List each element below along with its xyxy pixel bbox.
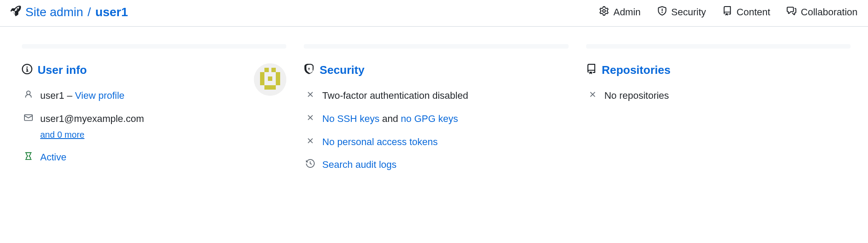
info-icon bbox=[22, 64, 32, 76]
svg-rect-3 bbox=[260, 72, 264, 76]
nav-collaboration-label: Collaboration bbox=[801, 7, 858, 18]
panel-topbar bbox=[304, 44, 568, 49]
repo-icon bbox=[586, 64, 597, 76]
active-link[interactable]: Active bbox=[40, 152, 66, 163]
nav-content[interactable]: Content bbox=[722, 6, 770, 18]
row-audit: Search audit logs bbox=[306, 158, 568, 172]
history-icon bbox=[306, 159, 315, 168]
row-pat: No personal access tokens bbox=[306, 135, 568, 149]
topnav: Admin Security Content Collaboration bbox=[599, 6, 858, 18]
svg-rect-1 bbox=[264, 68, 269, 72]
svg-rect-8 bbox=[260, 81, 264, 85]
discussion-icon bbox=[787, 6, 796, 18]
person-icon bbox=[24, 90, 33, 99]
svg-rect-2 bbox=[271, 68, 276, 72]
breadcrumb-site-admin[interactable]: Site admin bbox=[25, 5, 83, 19]
no-repos-text: No repositories bbox=[604, 89, 851, 103]
row-no-repos: No repositories bbox=[588, 89, 851, 103]
svg-rect-6 bbox=[268, 76, 272, 81]
panel-topbar bbox=[22, 44, 286, 49]
avatar bbox=[254, 63, 286, 96]
svg-rect-10 bbox=[264, 85, 276, 90]
panel-security-title[interactable]: Security bbox=[319, 63, 365, 77]
nav-collaboration[interactable]: Collaboration bbox=[787, 6, 858, 18]
content: User info user1 – View profile bbox=[0, 27, 868, 199]
x-icon bbox=[306, 90, 315, 99]
view-profile-link[interactable]: View profile bbox=[75, 90, 125, 101]
x-icon bbox=[588, 90, 597, 99]
and-text: and bbox=[379, 113, 401, 124]
nav-content-label: Content bbox=[736, 7, 770, 18]
panel-security-header: Security bbox=[304, 63, 568, 77]
shield-icon bbox=[657, 6, 667, 18]
no-gpg-link[interactable]: no GPG keys bbox=[401, 113, 458, 124]
row-twofa: Two-factor authentication disabled bbox=[306, 89, 568, 103]
nav-admin[interactable]: Admin bbox=[599, 6, 640, 18]
rocket-icon bbox=[10, 5, 21, 19]
audit-link[interactable]: Search audit logs bbox=[322, 159, 396, 170]
repo-icon bbox=[722, 6, 732, 18]
row-keys: No SSH keys and no GPG keys bbox=[306, 112, 568, 126]
mail-icon bbox=[24, 113, 33, 122]
panel-userinfo: User info user1 – View profile bbox=[22, 44, 286, 181]
svg-rect-5 bbox=[260, 76, 264, 81]
row-active: Active bbox=[24, 151, 144, 164]
shield-lock-icon bbox=[304, 64, 314, 76]
row-username: user1 – View profile bbox=[24, 89, 144, 103]
email-text: user1@myexample.com bbox=[40, 113, 144, 124]
twofa-text: Two-factor authentication disabled bbox=[322, 89, 568, 103]
svg-rect-4 bbox=[276, 72, 280, 76]
no-ssh-link[interactable]: No SSH keys bbox=[322, 113, 379, 124]
nav-security-label: Security bbox=[671, 7, 706, 18]
svg-rect-7 bbox=[276, 76, 280, 81]
dash: – bbox=[64, 90, 75, 101]
and-more-link[interactable]: and 0 more bbox=[40, 128, 84, 141]
hourglass-icon bbox=[24, 152, 33, 160]
panel-repos: Repositories No repositories bbox=[586, 44, 851, 181]
svg-rect-9 bbox=[276, 81, 280, 85]
x-icon bbox=[306, 136, 315, 145]
no-pat-link[interactable]: No personal access tokens bbox=[322, 136, 437, 147]
panel-repos-title[interactable]: Repositories bbox=[602, 63, 671, 77]
panel-repos-header: Repositories bbox=[586, 63, 851, 77]
row-email: user1@myexample.com and 0 more bbox=[24, 112, 144, 142]
topbar: Site admin / user1 Admin Security Conten… bbox=[0, 0, 868, 27]
panel-userinfo-header: User info bbox=[22, 63, 144, 77]
panel-userinfo-title[interactable]: User info bbox=[38, 63, 87, 77]
x-icon bbox=[306, 113, 315, 122]
breadcrumb-sep: / bbox=[87, 5, 91, 19]
nav-security[interactable]: Security bbox=[657, 6, 706, 18]
panel-security: Security Two-factor authentication disab… bbox=[304, 44, 568, 181]
breadcrumb: Site admin / user1 bbox=[10, 5, 128, 19]
username-text: user1 bbox=[40, 90, 64, 101]
breadcrumb-username[interactable]: user1 bbox=[95, 5, 128, 19]
panel-topbar bbox=[586, 44, 851, 49]
gear-icon bbox=[599, 6, 609, 18]
nav-admin-label: Admin bbox=[613, 7, 640, 18]
